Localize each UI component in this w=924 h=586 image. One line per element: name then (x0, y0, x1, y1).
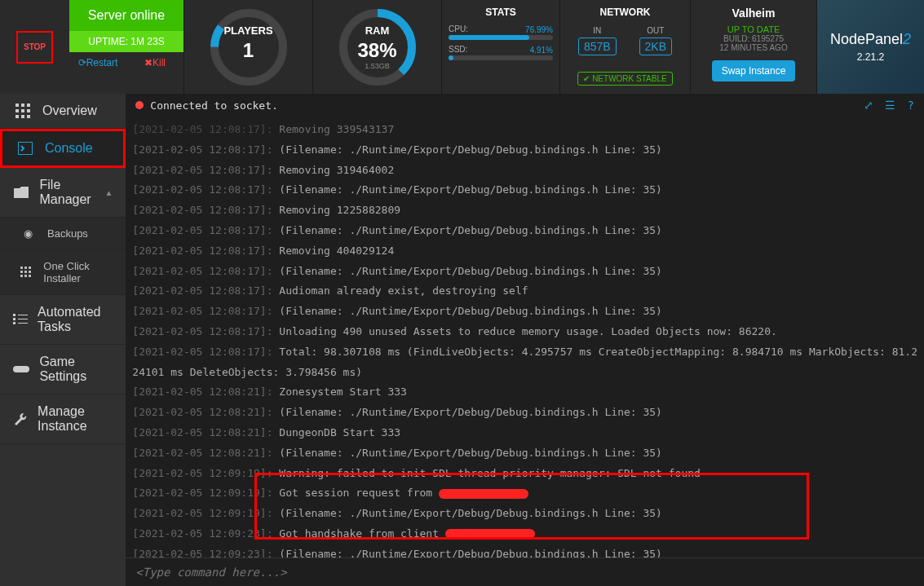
svg-rect-29 (13, 366, 29, 372)
svg-rect-19 (29, 271, 31, 273)
log-line: [2021-02-05 12:08:17]: Unloading 490 unu… (132, 322, 917, 342)
svg-rect-16 (29, 267, 31, 269)
restart-button[interactable]: ⟳ Restart (69, 52, 126, 73)
svg-rect-22 (29, 275, 31, 277)
sidebar: Overview Console File Manager ▲ ◉ Backup… (0, 94, 126, 586)
svg-rect-24 (18, 315, 28, 315)
log-line: [2021-02-05 12:08:17]: Removing 31946400… (132, 161, 917, 181)
log-line: [2021-02-05 12:08:21]: Zonesystem Start … (132, 382, 917, 403)
svg-rect-12 (27, 115, 30, 118)
sidebar-item-label: Manage Instance (38, 404, 113, 434)
sidebar-item-automated-tasks[interactable]: Automated Tasks (0, 295, 126, 345)
svg-rect-21 (24, 275, 27, 277)
sidebar-item-label: Backups (47, 227, 88, 240)
sidebar-item-label: Game Settings (39, 355, 113, 384)
sidebar-item-label: Automated Tasks (38, 305, 113, 334)
status-section: Server online UPTIME: 1M 23S ⟳ Restart ✖… (69, 0, 183, 94)
log-line: [2021-02-05 12:08:17]: (Filename: ./Runt… (132, 140, 917, 161)
restart-icon: ⟳ (78, 57, 86, 68)
svg-rect-9 (27, 109, 30, 112)
svg-rect-6 (27, 104, 30, 107)
status-dot-icon (135, 101, 144, 109)
svg-rect-28 (18, 323, 28, 324)
svg-rect-15 (24, 267, 27, 269)
terminal-icon (15, 142, 35, 155)
log-line: [2021-02-05 12:08:21]: (Filename: ./Runt… (132, 443, 917, 464)
svg-rect-5 (21, 104, 24, 107)
redacted-text (445, 529, 535, 539)
check-icon: ✔ (583, 74, 590, 83)
svg-rect-17 (20, 271, 23, 273)
log-line: [2021-02-05 12:08:17]: (Filename: ./Runt… (132, 221, 917, 241)
sidebar-item-console[interactable]: Console (0, 129, 126, 168)
sidebar-item-label: Console (45, 141, 93, 156)
network-panel: NETWORK IN 857B OUT 2KB ✔ NETWORK STABLE (559, 0, 690, 94)
content-area: Connected to socket. ⤢ ☰ ? [2021-02-05 1… (126, 94, 924, 586)
log-line: [2021-02-05 12:09:19]: Warning: failed t… (132, 464, 917, 484)
redacted-text (439, 489, 528, 499)
log-line: [2021-02-05 12:08:17]: Removing 12258828… (132, 200, 917, 221)
gamepad-icon (13, 364, 29, 374)
expand-icon[interactable]: ⤢ (864, 99, 873, 112)
folder-icon (13, 187, 30, 198)
ram-gauge: RAM 38% 1.53GB (312, 0, 441, 94)
network-in: 857B (578, 37, 617, 55)
svg-rect-23 (13, 314, 15, 316)
command-input[interactable] (135, 566, 914, 579)
svg-rect-7 (15, 109, 19, 112)
log-line: [2021-02-05 12:09:23]: Got handshake fro… (132, 524, 917, 544)
log-line: [2021-02-05 12:08:17]: Total: 98.307108 … (132, 342, 917, 363)
help-icon[interactable]: ? (908, 99, 914, 112)
stop-button[interactable]: STOP (16, 31, 53, 64)
log-line: [2021-02-05 12:08:17]: (Filename: ./Runt… (132, 180, 917, 200)
log-line: [2021-02-05 12:09:23]: (Filename: ./Runt… (132, 544, 917, 557)
brand-panel: NodePanel2 2.21.2 (816, 0, 924, 94)
sidebar-item-game-settings[interactable]: Game Settings (0, 345, 126, 394)
grid-icon (13, 104, 33, 118)
sidebar-item-file-manager[interactable]: File Manager ▲ (0, 168, 126, 218)
uptime-label: UPTIME: 1M 23S (69, 31, 183, 52)
sidebar-item-backups[interactable]: ◉ Backups (0, 218, 126, 250)
list-view-icon[interactable]: ☰ (885, 99, 895, 112)
top-bar: STOP Server online UPTIME: 1M 23S ⟳ Rest… (0, 0, 924, 94)
svg-rect-20 (20, 275, 23, 277)
log-line: [2021-02-05 12:08:17]: Removing 33954313… (132, 120, 917, 140)
kill-button[interactable]: ✖ Kill (126, 52, 183, 73)
kill-icon: ✖ (144, 57, 153, 68)
network-out: 2KB (639, 37, 672, 55)
svg-rect-13 (18, 142, 33, 155)
svg-rect-8 (21, 109, 24, 112)
svg-rect-27 (13, 322, 15, 324)
console-status-bar: Connected to socket. ⤢ ☰ ? (126, 94, 924, 117)
svg-rect-18 (24, 271, 27, 273)
svg-rect-4 (15, 104, 19, 107)
log-line: [2021-02-05 12:09:19]: Got session reque… (132, 483, 917, 504)
sidebar-item-label: File Manager (40, 178, 105, 207)
sidebar-item-label: Overview (42, 104, 97, 118)
grid-small-icon (18, 267, 33, 278)
game-panel: Valheim UP TO DATE BUILD: 6195275 12 MIN… (690, 0, 816, 94)
log-line: [2021-02-05 12:08:21]: (Filename: ./Runt… (132, 403, 917, 423)
wrench-icon (13, 412, 28, 426)
log-line: [2021-02-05 12:09:19]: (Filename: ./Runt… (132, 504, 917, 524)
svg-rect-26 (18, 319, 28, 319)
command-input-row (126, 557, 924, 586)
log-line: 24101 ms DeleteObjects: 3.798456 ms) (132, 363, 917, 383)
swap-instance-button[interactable]: Swap Instance (712, 60, 796, 82)
log-line: [2021-02-05 12:08:17]: (Filename: ./Runt… (132, 302, 917, 322)
console-log[interactable]: [2021-02-05 12:08:17]: Removing 33954313… (126, 117, 924, 557)
stats-panel: STATS CPU: 76.99% SSD: 4.91% (441, 0, 559, 94)
sidebar-item-manage-instance[interactable]: Manage Instance (0, 394, 126, 444)
log-line: [2021-02-05 12:08:21]: DungeonDB Start 3… (132, 423, 917, 443)
sidebar-item-overview[interactable]: Overview (0, 94, 126, 129)
archive-icon: ◉ (18, 227, 38, 240)
chevron-up-icon: ▲ (104, 188, 113, 197)
list-icon (13, 314, 28, 325)
svg-rect-25 (13, 318, 15, 320)
log-line: [2021-02-05 12:08:17]: Audioman already … (132, 281, 917, 302)
stop-section: STOP (0, 0, 69, 94)
log-line: [2021-02-05 12:08:17]: (Filename: ./Runt… (132, 262, 917, 282)
network-stable-badge: ✔ NETWORK STABLE (577, 72, 672, 86)
sidebar-item-one-click[interactable]: One Click Installer (0, 250, 126, 295)
server-status: Server online (69, 0, 183, 31)
